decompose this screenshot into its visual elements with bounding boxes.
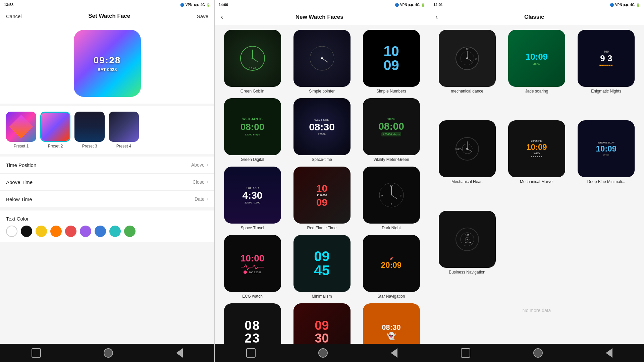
watch-item-vitality[interactable]: 100% 08:00 +20000 steps Vitality Meter-G… xyxy=(358,98,424,162)
color-swatches xyxy=(6,226,208,237)
presets-section: Preset 1 Preset 2 Preset 3 Preset 4 xyxy=(0,106,214,154)
preset-label-2: Preset 2 xyxy=(48,144,63,148)
watch-item-ecg[interactable]: 10:00 100 22556 ECG watch xyxy=(219,235,285,299)
watch-thumb-simple-pointer xyxy=(293,30,351,87)
watch-name-star-nav: Star Navigation xyxy=(377,294,405,299)
watch-name-mech-marvel: Mechanical Marvel xyxy=(520,179,553,184)
watch-item-deep-blue[interactable]: WEDNESDAY 10:09 WED Deep Blue Minimali..… xyxy=(573,120,639,206)
watch-name-simple-pointer: Simple pointer xyxy=(309,89,335,94)
back-button-2[interactable]: ‹ xyxy=(221,13,223,21)
nav-square-1[interactable] xyxy=(32,348,41,358)
watch-item-minimalism[interactable]: 09 45 Minimalism xyxy=(289,235,355,299)
color-swatch-yellow[interactable] xyxy=(36,226,47,237)
panel-set-watch-face: 13:58 🔵 VPN ▶▶ 4G 🔋 Cancel Set Watch Fac… xyxy=(0,0,215,362)
preset-item-3[interactable]: Preset 3 xyxy=(74,112,105,148)
no-more-data: No more data xyxy=(434,301,639,342)
watch-item-red-flame[interactable]: 10 1116358 09 Red Flame Time xyxy=(289,167,355,230)
svg-point-41 xyxy=(467,239,468,240)
watch-thumb-vitality: 100% 08:00 +20000 steps xyxy=(363,98,420,155)
watch-time-display: 09:28 xyxy=(94,55,121,66)
svg-line-15 xyxy=(391,195,397,199)
nav-back-1[interactable] xyxy=(176,348,183,358)
watch-thumb-jade: 10:09 28°C xyxy=(508,30,565,87)
nav-square-2[interactable] xyxy=(246,348,256,358)
watch-item-biz-nav[interactable]: 100 116358 Business Navigation xyxy=(434,211,500,297)
chevron-icon-1: › xyxy=(207,162,208,168)
watch-item-green-goblin[interactable]: 10:45 Green Goblin xyxy=(219,30,285,94)
watch-name-simple-numbers: Simple Numbers xyxy=(376,89,406,94)
watch-name-space-travel: Space Travel xyxy=(240,226,264,230)
watch-thumb-space-time: 02:23 SUN 08:30 22580 xyxy=(293,98,351,155)
dark-clock-icon: 12 3 6 9 xyxy=(378,182,405,208)
watch-thumb-deep-blue: WEDNESDAY 10:09 WED xyxy=(578,120,635,177)
bottom-nav-2 xyxy=(215,344,429,362)
watch-thumb-enigmatic: 790 9 3 ■■■■■■■ xyxy=(578,30,635,87)
preset-thumb-4 xyxy=(109,112,139,142)
preset-item-2[interactable]: Preset 2 xyxy=(40,112,70,148)
below-time-label: Below Time xyxy=(6,196,32,202)
back-button-3[interactable]: ‹ xyxy=(435,13,438,21)
color-swatch-orange[interactable] xyxy=(50,226,62,237)
watch-item-space-travel[interactable]: TUE / AR 4:30 22000 / 1200 Space Travel xyxy=(219,167,285,230)
nav-back-3[interactable] xyxy=(606,348,612,358)
page-title-3: Classic xyxy=(442,14,627,20)
watch-name-dark-night: Dark Night xyxy=(382,226,401,230)
watch-face-header: Cancel Set Watch Face Save xyxy=(0,9,214,23)
watch-thumb-minimalism: 09 45 xyxy=(293,235,351,292)
cancel-button[interactable]: Cancel xyxy=(6,13,22,19)
watch-item-mech-dance[interactable]: 12 3 mechanical dance xyxy=(434,30,500,116)
watch-item-dark-night[interactable]: 12 3 6 9 Dark Night xyxy=(358,167,424,230)
nav-back-2[interactable] xyxy=(391,348,397,358)
watch-item-mech-marvel[interactable]: 28/25 PM 10:09 WED ■■■■■■ Mechanical Mar… xyxy=(503,120,570,206)
watch-thumb-dark-night: 12 3 6 9 xyxy=(363,167,420,224)
watch-thumb-green-goblin: 10:45 xyxy=(224,30,281,87)
nav-square-3[interactable] xyxy=(461,348,470,358)
nav-home-3[interactable] xyxy=(533,348,543,358)
watch-item-star-nav[interactable]: 🚀 20:09 Star Navigation xyxy=(358,235,424,299)
watch-item-enigmatic[interactable]: 790 9 3 ■■■■■■■ Enigmatic Nights xyxy=(573,30,639,116)
color-swatch-purple[interactable] xyxy=(80,226,91,237)
nav-home-2[interactable] xyxy=(318,348,328,358)
ecg-line-icon xyxy=(241,264,264,270)
new-watch-faces-header: ‹ New Watch Faces xyxy=(215,9,429,25)
color-swatch-red[interactable] xyxy=(65,226,76,237)
watch-item-simple-pointer[interactable]: Simple pointer xyxy=(289,30,355,94)
mech-heart-icon: WED xyxy=(454,135,481,162)
watch-face-grid-2: 10:45 Green Goblin Simple pointer xyxy=(215,25,429,362)
status-icons-2: 🔵 VPN ▶▶ 4G 🔋 xyxy=(395,3,425,7)
preset-thumb-2 xyxy=(40,112,70,142)
svg-text:10:45: 10:45 xyxy=(249,67,256,70)
svg-text:9: 9 xyxy=(381,194,383,197)
svg-text:3: 3 xyxy=(400,194,401,197)
preset-item-4[interactable]: Preset 4 xyxy=(109,112,139,148)
watch-item-space-time[interactable]: 02:23 SUN 08:30 22580 Space-time xyxy=(289,98,355,162)
color-swatch-teal[interactable] xyxy=(109,226,121,237)
time-position-label: Time Position xyxy=(6,162,36,168)
below-time-row[interactable]: Below Time Date › xyxy=(0,191,214,208)
watch-thumb-ecg: 10:00 100 22556 xyxy=(224,235,281,292)
color-swatch-white[interactable] xyxy=(6,226,17,237)
save-button[interactable]: Save xyxy=(197,13,208,19)
watch-item-mech-heart[interactable]: WED Mechanical Heart xyxy=(434,120,500,206)
time-position-row[interactable]: Time Position Above › xyxy=(0,157,214,174)
svg-line-7 xyxy=(322,58,328,62)
status-icons-1: 🔵 VPN ▶▶ 4G 🔋 xyxy=(180,3,210,7)
watch-item-green-digital[interactable]: WED JAN 08 08:00 12000 steps Green Digit… xyxy=(219,98,285,162)
above-time-row[interactable]: Above Time Close › xyxy=(0,174,214,191)
watch-name-space-time: Space-time xyxy=(312,157,332,162)
watch-name-enigmatic: Enigmatic Nights xyxy=(591,89,621,94)
watch-item-jade[interactable]: 10:09 28°C Jade soaring xyxy=(503,30,570,116)
svg-point-3 xyxy=(252,57,254,59)
watch-thumb-star-nav: 🚀 20:09 xyxy=(363,235,420,292)
color-swatch-blue[interactable] xyxy=(95,226,106,237)
color-swatch-black[interactable] xyxy=(21,226,32,237)
watch-item-simple-numbers[interactable]: 10 09 Simple Numbers xyxy=(358,30,424,94)
watch-thumb-mech-marvel: 28/25 PM 10:09 WED ■■■■■■ xyxy=(508,120,565,177)
preset-item-1[interactable]: Preset 1 xyxy=(6,112,36,148)
watch-name-biz-nav: Business Navigation xyxy=(449,270,485,275)
chevron-icon-2: › xyxy=(207,179,208,185)
above-time-label: Above Time xyxy=(6,179,33,185)
nav-home-1[interactable] xyxy=(104,348,113,358)
color-swatch-green[interactable] xyxy=(124,226,136,237)
watch-name-green-goblin: Green Goblin xyxy=(240,89,264,94)
